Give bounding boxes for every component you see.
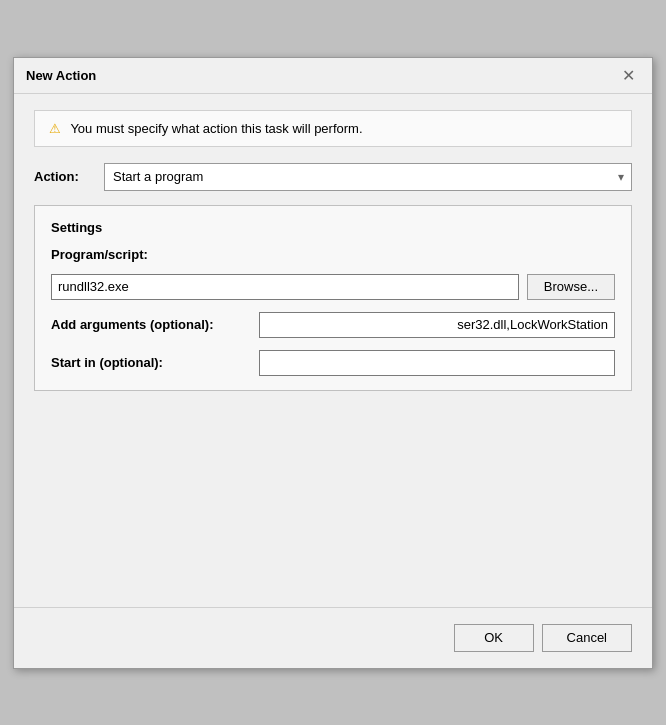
warning-text: You must specify what action this task w… xyxy=(70,121,362,136)
warning-icon: ⚠ xyxy=(49,121,61,136)
args-label: Add arguments (optional): xyxy=(51,317,251,332)
start-label: Start in (optional): xyxy=(51,355,251,370)
title-bar: New Action ✕ xyxy=(14,58,652,94)
program-label-row: Program/script: xyxy=(51,247,615,262)
dialog-title: New Action xyxy=(26,68,96,83)
settings-group: Settings Program/script: Browse... Add a… xyxy=(34,205,632,391)
close-button[interactable]: ✕ xyxy=(616,63,640,87)
start-row: Start in (optional): xyxy=(51,350,615,376)
dialog-content: ⚠ You must specify what action this task… xyxy=(14,94,652,407)
new-action-dialog: New Action ✕ ⚠ You must specify what act… xyxy=(13,57,653,669)
settings-title: Settings xyxy=(51,220,615,235)
program-row: Browse... xyxy=(51,274,615,300)
action-select[interactable]: Start a program Send an e-mail (deprecat… xyxy=(104,163,632,191)
dialog-footer: OK Cancel xyxy=(14,607,652,668)
args-input[interactable] xyxy=(259,312,615,338)
action-label: Action: xyxy=(34,169,94,184)
ok-button[interactable]: OK xyxy=(454,624,534,652)
start-input[interactable] xyxy=(259,350,615,376)
action-row: Action: Start a program Send an e-mail (… xyxy=(34,163,632,191)
args-row: Add arguments (optional): xyxy=(51,312,615,338)
cancel-button[interactable]: Cancel xyxy=(542,624,632,652)
browse-button[interactable]: Browse... xyxy=(527,274,615,300)
program-input[interactable] xyxy=(51,274,519,300)
warning-bar: ⚠ You must specify what action this task… xyxy=(34,110,632,147)
action-select-wrapper: Start a program Send an e-mail (deprecat… xyxy=(104,163,632,191)
program-label: Program/script: xyxy=(51,247,148,262)
